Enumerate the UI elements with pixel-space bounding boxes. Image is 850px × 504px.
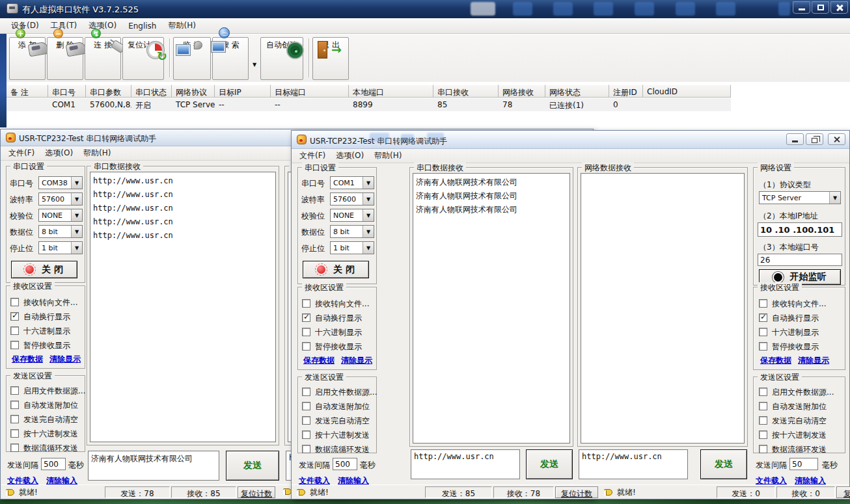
titlebar[interactable]: USR-TCP232-Test 串口转网络调试助手 (292, 131, 849, 149)
save-data-link[interactable]: 保存数据 (760, 355, 791, 366)
checkbox-label[interactable]: 发送完自动清空 (772, 416, 827, 425)
checkbox-option[interactable]: 数据流循环发送 (8, 441, 85, 455)
checkbox-option[interactable]: 暂停接收显示 (299, 339, 376, 354)
checkbox[interactable] (302, 445, 310, 453)
checkbox[interactable] (302, 388, 310, 396)
reset-counter-button[interactable]: 复位计数 (122, 37, 164, 80)
checkbox-option[interactable]: 发送完自动清空 (299, 414, 376, 428)
checkbox[interactable] (302, 299, 310, 308)
table-header-cell[interactable]: 目标端口 (271, 85, 349, 98)
send-interval-input[interactable]: 500 (333, 458, 357, 470)
close-serial-button[interactable]: 关 闭 (303, 261, 369, 278)
chevron-down-icon[interactable] (829, 192, 840, 204)
checkbox-label[interactable]: 数据流循环发送 (23, 444, 78, 453)
checkbox[interactable] (759, 445, 767, 453)
checkbox-option[interactable]: 数据流循环发送 (299, 442, 376, 457)
chevron-down-icon[interactable] (71, 177, 82, 189)
serial-send-input[interactable]: 济南有人物联网技术有限公司 (88, 451, 219, 481)
checkbox-option[interactable]: 启用文件数据源... (299, 385, 376, 399)
stop-bits-select[interactable]: 1 bit (330, 241, 374, 254)
checkbox[interactable] (302, 313, 310, 322)
chevron-down-icon[interactable] (363, 226, 374, 237)
checkbox-label[interactable]: 按十六进制发送 (772, 431, 827, 440)
table-header-cell[interactable]: 网络协议 (172, 85, 215, 98)
checkbox-label[interactable]: 接收转向文件... (772, 299, 826, 308)
serial-receive-textarea[interactable]: http://www.usr.cnhttp://www.usr.cnhttp:/… (90, 172, 276, 442)
checkbox-option[interactable]: 十六进制显示 (8, 324, 85, 338)
checkbox[interactable] (759, 416, 767, 425)
chevron-down-icon[interactable] (363, 177, 374, 189)
parity-select[interactable]: NONE (38, 209, 83, 222)
checkbox[interactable] (10, 401, 19, 409)
chevron-down-icon[interactable] (71, 193, 82, 205)
checkbox[interactable] (302, 342, 310, 351)
restore-button[interactable] (806, 133, 823, 145)
search-button[interactable]: 搜 索 (212, 37, 249, 80)
checkbox-option[interactable]: 自动换行显示 (8, 310, 85, 324)
checkbox-label[interactable]: 接收转向文件... (23, 298, 77, 307)
checkbox-label[interactable]: 发送完自动清空 (315, 416, 370, 425)
exit-button[interactable]: → 退 出 (312, 37, 349, 80)
checkbox-option[interactable]: 接收转向文件... (299, 297, 376, 311)
search-dropdown-arrow[interactable]: ▼ (253, 62, 256, 68)
chevron-down-icon[interactable] (71, 226, 82, 237)
chevron-down-icon[interactable] (71, 209, 82, 221)
checkbox[interactable] (10, 429, 19, 438)
menu-item[interactable]: 帮助(H) (369, 149, 407, 163)
checkbox-option[interactable]: 自动换行显示 (299, 311, 376, 325)
checkbox-label[interactable]: 十六进制显示 (772, 328, 819, 337)
chevron-down-icon[interactable] (363, 242, 374, 254)
checkbox-label[interactable]: 启用文件数据源... (772, 388, 834, 397)
checkbox-label[interactable]: 十六进制显示 (315, 328, 362, 337)
checkbox-label[interactable]: 自动换行显示 (772, 313, 819, 323)
checkbox-label[interactable]: 自动换行显示 (315, 313, 362, 323)
checkbox[interactable] (759, 402, 767, 410)
table-header-cell[interactable]: 注册ID (609, 85, 643, 98)
checkbox[interactable] (10, 444, 19, 452)
checkbox[interactable] (759, 328, 767, 336)
send-network-button[interactable]: 发送 (700, 449, 747, 479)
checkbox-label[interactable]: 自动发送附加位 (23, 401, 78, 410)
checkbox-option[interactable]: 启用文件数据源... (756, 385, 845, 399)
send-serial-button[interactable]: 发送 (526, 449, 573, 479)
com-port-select[interactable]: COM38 (38, 176, 83, 189)
clear-display-link[interactable]: 清除显示 (49, 354, 81, 365)
checkbox-option[interactable]: 按十六进制发送 (8, 427, 85, 441)
local-port-input[interactable]: 26 (758, 254, 842, 266)
serial-receive-textarea[interactable]: 济南有人物联网技术有限公司济南有人物联网技术有限公司济南有人物联网技术有限公司 (413, 173, 570, 444)
checkbox[interactable] (10, 415, 19, 423)
checkbox-option[interactable]: 十六进制显示 (756, 325, 845, 339)
save-data-link[interactable]: 保存数据 (303, 355, 335, 366)
table-header-cell[interactable]: 网络接收 (499, 85, 545, 98)
checkbox-label[interactable]: 暂停接收显示 (772, 342, 819, 351)
checkbox-option[interactable]: 暂停接收显示 (756, 339, 845, 354)
checkbox-option[interactable]: 接收转向文件... (756, 297, 845, 311)
checkbox-label[interactable]: 按十六进制发送 (23, 429, 78, 438)
checkbox[interactable] (10, 386, 19, 395)
checkbox[interactable] (759, 431, 767, 439)
table-header-cell[interactable]: 网络状态 (545, 85, 609, 98)
send-interval-input[interactable]: 500 (41, 458, 66, 470)
checkbox-label[interactable]: 按十六进制发送 (315, 431, 370, 440)
checkbox[interactable] (302, 328, 310, 336)
checkbox-label[interactable]: 发送完自动清空 (23, 415, 78, 424)
checkbox[interactable] (759, 342, 767, 351)
menu-item[interactable]: 工具(T) (45, 18, 83, 33)
network-send-input[interactable]: http://www.usr.cn (579, 449, 688, 479)
checkbox-option[interactable]: 自动发送附加位 (8, 398, 85, 412)
menu-item[interactable]: 帮助(H) (162, 18, 201, 33)
menu-item[interactable]: English (122, 20, 162, 33)
chevron-down-icon[interactable] (363, 193, 374, 205)
reset-counter-link[interactable]: 复位计数 (238, 486, 275, 498)
checkbox-label[interactable]: 自动发送附加位 (772, 402, 827, 411)
baud-rate-select[interactable]: 57600 (330, 192, 374, 206)
checkbox-option[interactable]: 按十六进制发送 (299, 428, 376, 442)
chevron-down-icon[interactable] (363, 209, 374, 221)
table-header-cell[interactable]: 串口参数 (86, 85, 131, 98)
connect-button[interactable]: ↯ 连 接 (85, 37, 121, 80)
delete-button[interactable]: − 删 除 (47, 37, 83, 80)
checkbox[interactable] (759, 299, 767, 308)
menu-item[interactable]: 选项(O) (83, 18, 122, 33)
checkbox-option[interactable]: 接收转向文件... (8, 295, 85, 310)
reset-counter-link[interactable]: 复位计数 (555, 486, 598, 498)
